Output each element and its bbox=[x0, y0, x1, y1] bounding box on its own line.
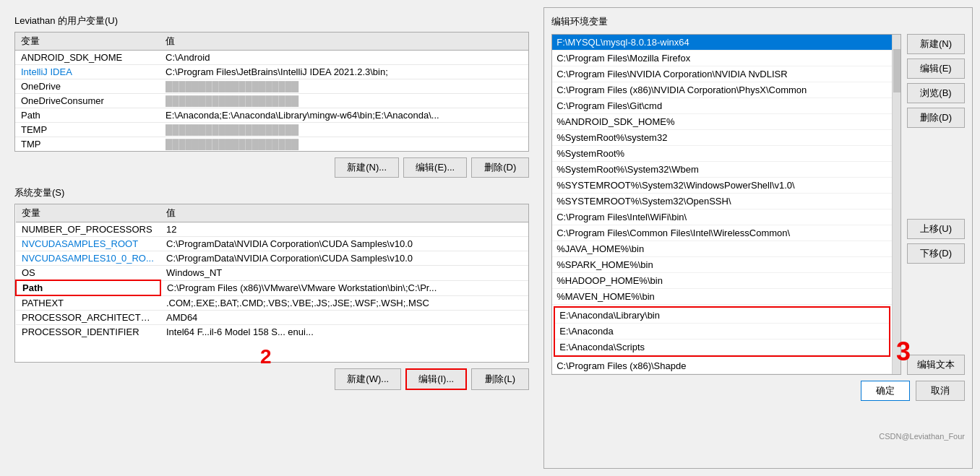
right-edittext-button[interactable]: 编辑文本 bbox=[907, 355, 965, 375]
sys-val-header: 值 bbox=[160, 204, 528, 222]
user-edit-button[interactable]: 编辑(E)... bbox=[403, 157, 467, 178]
path-list-item[interactable]: C:\Program Files (x86)\NVIDIA Corporatio… bbox=[552, 82, 892, 98]
user-var-cell[interactable]: ANDROID_SDK_HOME bbox=[15, 51, 160, 65]
path-list-item[interactable]: C:\Program Files\Mozilla Firefox bbox=[552, 51, 892, 66]
user-val-cell: ████████████████████ bbox=[160, 123, 528, 137]
right-moveup-button[interactable]: 上移(U) bbox=[907, 219, 965, 239]
sys-var-cell[interactable]: PROCESSOR_IDENTIFIER bbox=[16, 325, 160, 339]
path-list-item[interactable]: %MAVEN_HOME%\bin bbox=[552, 289, 892, 305]
user-button-row: 新建(N)... 编辑(E)... 删除(D) bbox=[14, 157, 529, 178]
user-val-cell: ████████████████████ bbox=[160, 137, 528, 152]
sys-val-cell: Windows_NT bbox=[160, 266, 528, 281]
user-val-header: 值 bbox=[160, 33, 528, 51]
path-list-item[interactable]: %SYSTEMROOT%\System32\OpenSSH\ bbox=[552, 194, 892, 209]
sys-val-cell: 12 bbox=[160, 222, 528, 237]
user-var-cell[interactable]: TEMP bbox=[15, 123, 160, 137]
user-vars-title: Leviathan 的用户变量(U) bbox=[14, 14, 529, 27]
user-delete-button[interactable]: 删除(D) bbox=[471, 157, 529, 178]
watermark: CSDN@Leviathan_Four bbox=[879, 432, 965, 441]
right-edit-button[interactable]: 编辑(E) bbox=[907, 59, 965, 79]
user-var-cell[interactable]: TMP bbox=[15, 137, 160, 152]
cancel-button[interactable]: 取消 bbox=[916, 381, 965, 401]
user-var-cell[interactable]: OneDrive bbox=[15, 79, 160, 94]
sys-var-cell[interactable]: Path bbox=[16, 280, 160, 295]
annotation-2-label: 2 bbox=[260, 345, 272, 368]
scrollbar-thumb bbox=[893, 49, 901, 92]
user-vars-table: 变量 值 ANDROID_SDK_HOMEC:\AndroidIntelliJ … bbox=[15, 33, 528, 151]
sys-val-cell: C:\Program Files (x86)\VMware\VMware Wor… bbox=[160, 280, 528, 295]
user-var-cell[interactable]: IntelliJ IDEA bbox=[15, 65, 160, 79]
right-panel-title: 编辑环境变量 bbox=[551, 15, 965, 28]
path-list-item[interactable]: %SystemRoot%\System32\Wbem bbox=[552, 162, 892, 178]
sys-var-cell[interactable]: OS bbox=[16, 266, 160, 281]
user-new-button[interactable]: 新建(N)... bbox=[335, 157, 399, 178]
path-list-item[interactable]: C:\Program Files\Git\cmd bbox=[552, 98, 892, 114]
path-list-item[interactable]: E:\Anaconda\Scripts bbox=[555, 339, 889, 355]
right-delete-button[interactable]: 删除(D) bbox=[907, 108, 965, 128]
sys-vars-table-container: 变量 值 NUMBER_OF_PROCESSORS12NVCUDASAMPLES… bbox=[14, 204, 529, 363]
left-panel: Leviathan 的用户变量(U) 变量 值 ANDROID_SDK_HOME… bbox=[7, 7, 536, 469]
sys-var-cell[interactable]: PROCESSOR_ARCHITECTURE bbox=[16, 311, 160, 325]
path-list-item[interactable]: %HADOOP_HOME%\bin bbox=[552, 273, 892, 289]
path-list-item[interactable]: %JAVA_HOME%\bin bbox=[552, 241, 892, 257]
user-var-header: 变量 bbox=[15, 33, 160, 51]
path-list-item[interactable]: %SystemRoot%\system32 bbox=[552, 130, 892, 146]
user-vars-table-container: 变量 值 ANDROID_SDK_HOMEC:\AndroidIntelliJ … bbox=[14, 32, 529, 152]
confirm-button[interactable]: 确定 bbox=[861, 381, 910, 401]
sys-val-cell: .COM;.EXE;.BAT;.CMD;.VBS;.VBE;.JS;.JSE;.… bbox=[160, 295, 528, 311]
user-val-cell: ████████████████████ bbox=[160, 79, 528, 94]
sys-button-row: 新建(W)... 编辑(I)... 删除(L) 2 bbox=[14, 368, 529, 390]
path-list-item[interactable]: F:\MYSQL\mysql-8.0.18-winx64 bbox=[552, 35, 892, 51]
user-val-cell: C:\Android bbox=[160, 51, 528, 65]
path-list-item[interactable]: C:\Program Files (x86)\Shapde bbox=[552, 358, 892, 374]
sys-var-cell[interactable]: PATHEXT bbox=[16, 295, 160, 311]
right-buttons: 新建(N) 编辑(E) 浏览(B) 删除(D) 上移(U) 下移(D) 编辑文本 bbox=[907, 34, 965, 375]
path-list-item[interactable]: E:\Anaconda\Library\bin bbox=[555, 308, 889, 324]
sys-val-cell: AMD64 bbox=[160, 311, 528, 325]
sys-vars-title: 系统变量(S) bbox=[14, 186, 529, 199]
path-list-item[interactable]: %SPARK_HOME%\bin bbox=[552, 257, 892, 273]
sys-val-cell: C:\ProgramData\NVIDIA Corporation\CUDA S… bbox=[160, 251, 528, 266]
path-list-item[interactable]: %ANDROID_SDK_HOME% bbox=[552, 114, 892, 130]
path-list-item[interactable]: %SystemRoot% bbox=[552, 146, 892, 162]
sys-delete-button[interactable]: 删除(L) bbox=[471, 368, 529, 390]
path-list-item[interactable]: E:\Anaconda bbox=[555, 324, 889, 339]
annotation-3-label: 3 bbox=[896, 337, 911, 367]
user-var-cell[interactable]: Path bbox=[15, 108, 160, 123]
path-list[interactable]: F:\MYSQL\mysql-8.0.18-winx64C:\Program F… bbox=[552, 35, 892, 374]
sys-var-cell[interactable]: NVCUDASAMPLES10_0_RO... bbox=[16, 251, 160, 266]
sys-var-cell[interactable]: NVCUDASAMPLES_ROOT bbox=[16, 237, 160, 251]
scrollbar-track[interactable] bbox=[892, 35, 901, 374]
path-list-item[interactable]: C:\Program Files\Common Files\Intel\Wire… bbox=[552, 225, 892, 241]
user-val-cell: E:\Anaconda;E:\Anaconda\Library\mingw-w6… bbox=[160, 108, 528, 123]
sys-new-button[interactable]: 新建(W)... bbox=[335, 368, 401, 390]
sys-val-cell: C:\ProgramData\NVIDIA Corporation\CUDA S… bbox=[160, 237, 528, 251]
sys-val-cell: Intel64 F...il-6 Model 158 S... enui... bbox=[160, 325, 528, 339]
path-list-item[interactable]: C:\Program Files\NVIDIA Corporation\NVID… bbox=[552, 66, 892, 82]
right-content: F:\MYSQL\mysql-8.0.18-winx64C:\Program F… bbox=[551, 34, 965, 375]
right-new-button[interactable]: 新建(N) bbox=[907, 34, 965, 54]
right-panel: 编辑环境变量 F:\MYSQL\mysql-8.0.18-winx64C:\Pr… bbox=[543, 7, 973, 469]
path-list-item[interactable]: C:\Program Files\Intel\WiFi\bin\ bbox=[552, 209, 892, 225]
right-movedown-button[interactable]: 下移(D) bbox=[907, 243, 965, 264]
path-list-item[interactable]: %SYSTEMROOT%\System32\WindowsPowerShell\… bbox=[552, 178, 892, 194]
sys-edit-button[interactable]: 编辑(I)... bbox=[405, 368, 467, 390]
sys-var-cell[interactable]: NUMBER_OF_PROCESSORS bbox=[16, 222, 160, 237]
user-val-cell: ████████████████████ bbox=[160, 94, 528, 108]
user-val-cell: C:\Program Files\JetBrains\IntelliJ IDEA… bbox=[160, 65, 528, 79]
bottom-buttons: 确定 取消 bbox=[551, 381, 965, 401]
user-var-cell[interactable]: OneDriveConsumer bbox=[15, 94, 160, 108]
right-browse-button[interactable]: 浏览(B) bbox=[907, 83, 965, 103]
sys-var-header: 变量 bbox=[16, 204, 160, 222]
anaconda-path-group: E:\Anaconda\Library\binE:\AnacondaE:\Ana… bbox=[554, 306, 890, 357]
sys-vars-table: 变量 值 NUMBER_OF_PROCESSORS12NVCUDASAMPLES… bbox=[15, 204, 528, 339]
